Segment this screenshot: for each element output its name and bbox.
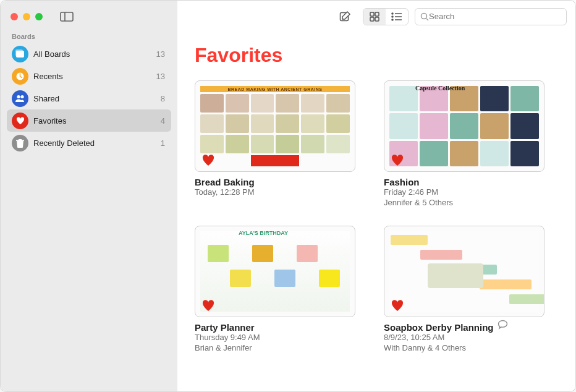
topbar [177,1,575,33]
sidebar-item-label: Favorites [33,116,161,126]
svg-point-15 [392,16,393,17]
compose-icon [339,11,351,23]
board-shared-with: With Danny & 4 Others [384,343,544,352]
grid-icon [370,12,379,22]
sidebar-item-all-boards[interactable]: All Boards13 [7,43,171,65]
board-subtitle: Friday 2:46 PM [384,187,544,198]
search-icon [420,12,429,21]
sidebar: Boards All Boards13Recents13Shared8Favor… [1,1,177,391]
list-icon [391,12,402,21]
favorite-heart-icon [201,154,215,166]
heart-icon [12,113,28,129]
clock-icon [12,68,28,85]
list-view-button[interactable] [386,9,408,25]
svg-rect-9 [370,12,374,16]
svg-rect-0 [61,12,73,21]
sidebar-item-label: All Boards [33,49,156,59]
sidebar-icon [60,12,74,22]
board-title: Party Planner [195,322,255,333]
svg-rect-7 [16,140,24,141]
view-mode-segmented [363,8,409,25]
board-title: Fashion [384,177,420,187]
svg-point-13 [392,13,393,14]
board-card[interactable]: Capsule CollectionFashionFriday 2:46 PMJ… [384,80,544,207]
zoom-window-button[interactable] [35,13,43,20]
sidebar-item-count: 4 [161,116,166,126]
window-traffic-lights [11,13,43,20]
sidebar-nav: All Boards13Recents13Shared8Favorites4Re… [1,43,177,154]
content-scroll: Favorites BREAD MAKING WITH ANCIENT GRAI… [177,33,575,391]
board-card[interactable]: Soapbox Derby Planning8/9/23, 10:25 AMWi… [384,226,544,352]
boards-grid: BREAD MAKING WITH ANCIENT GRAINSBread Ba… [195,80,558,352]
svg-rect-12 [375,17,379,21]
board-title: Bread Baking [195,177,255,187]
sidebar-item-recents[interactable]: Recents13 [7,65,171,87]
sidebar-section-label: Boards [1,33,177,43]
new-board-button[interactable] [333,8,357,25]
sidebar-item-count: 1 [161,138,166,148]
svg-rect-11 [370,17,374,21]
window-titlebar [1,1,177,33]
svg-rect-10 [375,12,379,16]
board-icon [12,46,28,62]
sidebar-item-shared[interactable]: Shared8 [7,87,171,109]
board-card[interactable]: BREAD MAKING WITH ANCIENT GRAINSBread Ba… [195,80,355,207]
favorite-heart-icon [391,299,404,312]
board-thumbnail [384,226,544,317]
board-subtitle: Today, 12:28 PM [195,187,355,198]
page-title: Favorites [195,44,558,67]
sidebar-item-label: Shared [33,94,161,103]
sidebar-item-recently-deleted[interactable]: Recently Deleted1 [7,132,171,154]
sidebar-item-favorites[interactable]: Favorites4 [7,109,171,132]
board-thumbnail: BREAD MAKING WITH ANCIENT GRAINS [195,80,355,172]
svg-point-19 [421,13,427,19]
svg-line-20 [426,19,428,20]
sidebar-item-count: 13 [156,72,166,81]
search-input[interactable] [429,12,561,21]
favorite-heart-icon [201,299,215,312]
search-field[interactable] [415,8,567,25]
chat-icon [498,320,508,330]
favorite-heart-icon [391,154,404,166]
trash-icon [12,135,28,151]
board-card[interactable]: AYLA'S BIRTHDAYParty PlannerThursday 9:4… [195,226,355,352]
people-icon [12,90,28,107]
close-window-button[interactable] [11,13,18,20]
board-shared-with: Jennifer & 5 Others [384,198,544,207]
board-title: Soapbox Derby Planning [384,322,494,333]
svg-point-6 [20,95,23,98]
board-subtitle: Thursday 9:49 AM [195,333,355,343]
board-thumbnail: Capsule Collection [384,80,544,172]
board-subtitle: 8/9/23, 10:25 AM [384,333,544,343]
grid-view-button[interactable] [363,9,386,25]
sidebar-item-count: 13 [156,49,166,59]
toggle-sidebar-button[interactable] [55,8,78,25]
main-area: Favorites BREAD MAKING WITH ANCIENT GRAI… [177,1,575,391]
sidebar-item-label: Recently Deleted [33,138,161,148]
board-shared-with: Brian & Jennifer [195,343,355,352]
svg-point-17 [392,19,393,20]
minimize-window-button[interactable] [23,13,30,20]
board-thumbnail: AYLA'S BIRTHDAY [195,226,355,317]
sidebar-item-label: Recents [33,72,156,81]
svg-rect-3 [15,49,23,56]
svg-point-5 [17,95,20,98]
sidebar-item-count: 8 [161,94,166,103]
app-window: Boards All Boards13Recents13Shared8Favor… [0,0,576,392]
